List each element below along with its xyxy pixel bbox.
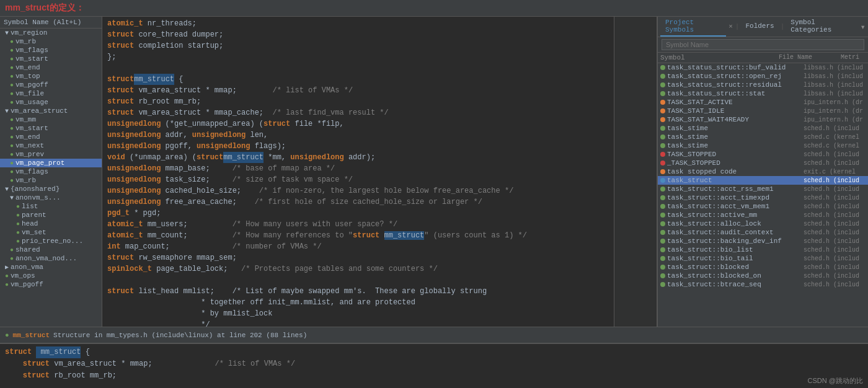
symbol-row[interactable]: task_struct::acct_timexpdsched.h (includ [658,193,868,202]
symbol-file: sched.h (includ [804,273,866,280]
tree-item-vm_next[interactable]: ●vm_next [0,141,102,150]
code-line [107,63,609,74]
symbol-name: task_struct::btrace_seq [667,281,802,288]
tab-symbol-categories[interactable]: Symbol Categories [786,17,859,37]
symbol-row[interactable]: task_status_struct::open_rejlibsas.h (in… [658,72,868,81]
tab-folders[interactable]: Folders [740,20,779,33]
symbol-dot-icon [660,108,665,113]
tree-item-vm_pgoff[interactable]: ●vm_pgoff [0,81,102,89]
tree-item-head[interactable]: ●head [0,219,102,228]
page-title: mm_struct的定义： [0,0,868,17]
symbol-dot-icon [660,82,665,87]
symbol-row[interactable]: _TASK_STOPPEDsched.h (includ [658,159,868,167]
tab-close-icon[interactable]: × [727,23,734,30]
symbol-row[interactable]: TASK_STAT_ACTIVEipu_intern.h (dr [658,98,868,107]
symbol-row[interactable]: task_stimesched.c (kernel [658,141,868,150]
symbol-row[interactable]: task_struct::bio_listsched.h (includ [658,245,868,254]
tree-icon-shared: ● [10,247,14,254]
symbol-row[interactable]: task_struct::blockedsched.h (includ [658,263,868,271]
tree-item-vm_set[interactable]: ●vm_set [0,228,102,237]
tree-item-anonshared[interactable]: ▼{anonshared} [0,185,102,193]
tree-item-vm_mm[interactable]: ●vm_mm [0,115,102,124]
tree-item-vm_ops[interactable]: ●vm_ops [0,271,102,280]
symbol-row[interactable]: task_struct::acct_vm_mem1sched.h (includ [658,202,868,211]
tree-icon-list: ● [16,203,20,210]
tree-item-vm_page_prot[interactable]: ●vm_page_prot [0,159,102,167]
tree-item-vm_area_struct[interactable]: ▼vm_area_struct [0,107,102,115]
code-line: unsigned long addr, unsigned long len, [107,130,609,141]
tree-item-vm_region[interactable]: ▼vm_region [0,29,102,37]
symbol-row[interactable]: task_struct::bio_tailsched.h (includ [658,254,868,263]
tree-icon-vm_flags: ● [10,47,14,54]
symbol-panel-tabs: Project Symbols × | Folders | Symbol Cat… [658,17,868,37]
symbol-dot-icon [660,161,665,165]
code-line: atomic_t nr_threads; [107,18,609,29]
symbol-row[interactable]: task_struct::blocked_onsched.h (includ [658,271,868,280]
tree-item-list[interactable]: ●list [0,202,102,211]
tree-label-list: list [22,203,38,210]
symbol-name: task_struct::bio_list [667,246,802,254]
tree-item-vm_flags2[interactable]: ●vm_flags [0,167,102,176]
tree-item-vm_start2[interactable]: ●vm_start [0,124,102,133]
tree-item-vm_top[interactable]: ●vm_top [0,72,102,81]
symbol-table-header: Symbol File Name Metri [658,53,868,63]
tree-item-vm_usage[interactable]: ●vm_usage [0,98,102,107]
symbol-row[interactable]: task_structsched.h (includ [658,176,868,185]
code-line: struct core_thread dumper; [107,29,609,40]
tree-icon-vm_rb2: ● [10,177,14,184]
code-line: struct mm_struct { [107,74,609,85]
symbol-row[interactable]: task_struct::active_mmsched.h (includ [658,211,868,219]
symbol-row[interactable]: TASK_STOPPEDsched.h (includ [658,150,868,159]
tree-label-anon_vma_nod: anon_vma_nod... [16,255,77,262]
tree-icon-parent: ● [16,212,20,219]
symbol-name: task_struct::active_mm [667,211,802,219]
bottom-code-line-3: struct rb_root mm_rb; [5,370,863,382]
tree-item-parent[interactable]: ●parent [0,211,102,219]
tree-item-vm_end[interactable]: ●vm_end [0,63,102,72]
tree-icon-vm_mm: ● [10,117,14,123]
symbol-row[interactable]: TASK_STAT_IDLEipu_intern.h (dr [658,107,868,115]
bottom-info-bar: ● mm_struct Structure in mm_types.h (inc… [0,327,868,343]
symbol-row[interactable]: task_struct::backing_dev_infsched.h (inc… [658,237,868,245]
tab-project-symbols[interactable]: Project Symbols [660,17,726,37]
symbol-name: task_stime [667,142,802,149]
symbol-file: sched.h (includ [804,186,866,193]
symbol-dot-icon [660,100,665,105]
tree-item-vm_end2[interactable]: ●vm_end [0,133,102,141]
symbol-row[interactable]: task_struct::acct_rss_mem1sched.h (inclu… [658,185,868,193]
symbol-search-input[interactable] [662,39,864,50]
symbol-row[interactable]: task_status_struct::buf_validlibsas.h (i… [658,63,868,72]
code-editor[interactable]: struct core_state { atomic_t nr_threads;… [102,17,614,327]
symbol-name: TASK_STAT_IDLE [667,107,802,115]
tree-icon-vm_end2: ● [10,134,14,141]
tree-item-vm_file[interactable]: ●vm_file [0,89,102,98]
symbol-row[interactable]: task stopped codeexit.c (kernel [658,167,868,176]
tree-item-vm_flags[interactable]: ●vm_flags [0,46,102,55]
tree-item-anon_vma[interactable]: ▶anon_vma [0,263,102,271]
tree-item-vm_pgoff2[interactable]: ●vm_pgoff [0,280,102,289]
tree-item-anonvm_s[interactable]: ▼anonvm_s... [0,193,102,202]
tree-item-vm_start[interactable]: ●vm_start [0,55,102,63]
tree-item-vm_prev[interactable]: ●vm_prev [0,150,102,159]
tab-dropdown-icon[interactable]: ▾ [861,22,866,32]
symbol-row[interactable]: task_stimesched.h (includ [658,124,868,133]
tree-item-shared[interactable]: ●shared [0,245,102,254]
symbol-row[interactable]: TASK_STAT_WAIT4READYipu_intern.h (dr [658,115,868,124]
symbol-row[interactable]: task_status_struct::statlibsas.h (includ [658,89,868,98]
symbol-row[interactable]: task_struct::btrace_seqsched.h (includ [658,280,868,289]
symbol-row[interactable]: task_struct::audit_contextsched.h (inclu… [658,228,868,237]
tree-item-prio_tree_no[interactable]: ●prio_tree_no... [0,237,102,245]
symbol-row[interactable]: task_status_struct::residuallibsas.h (in… [658,81,868,89]
code-line: unsigned long task_size; /* size of task… [107,174,609,185]
tree-item-vm_rb[interactable]: ●vm_rb [0,37,102,46]
tree-item-anon_vma_nod[interactable]: ●anon_vma_nod... [0,254,102,263]
tree-label-vm_file: vm_file [16,90,44,97]
code-line: struct rb_root mm_rb; [107,96,609,107]
symbol-file: sched.h (includ [804,255,866,262]
symbol-row[interactable]: task_stimesched.c (kernel [658,133,868,141]
symbol-table-body[interactable]: task_status_struct::buf_validlibsas.h (i… [658,63,868,327]
tree-item-vm_rb2[interactable]: ●vm_rb [0,176,102,185]
code-line: struct completion startup; [107,40,609,51]
symbol-row[interactable]: task_struct::alloc_locksched.h (includ [658,219,868,228]
tree-label-vm_flags2: vm_flags [16,168,48,175]
